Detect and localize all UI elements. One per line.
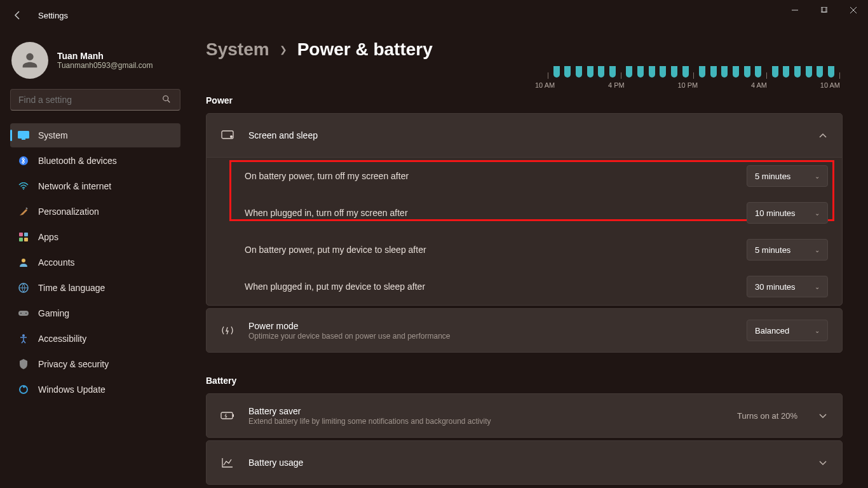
card-title: Power mode [248,321,733,331]
page-title: Power & battery [297,39,433,60]
chart-icon [220,456,234,470]
svg-rect-20 [221,412,233,419]
paintbrush-icon [18,206,29,217]
window-title: Settings [38,11,68,20]
svg-point-5 [19,156,28,165]
svg-point-19 [230,135,233,138]
maximize-button[interactable] [810,0,839,20]
nav-label: Accessibility [38,334,86,344]
dropdown-battery-screen-off[interactable]: 5 minutes⌄ [747,165,828,187]
nav-item-accounts[interactable]: Accounts [10,250,180,274]
svg-point-6 [23,189,24,190]
setting-label: On battery power, turn off my screen aft… [245,171,734,181]
setting-row-battery-screen-off: On battery power, turn off my screen aft… [207,158,842,194]
user-email: Tuanmanh0593@gmail.com [57,61,153,70]
chevron-down-icon: ⌄ [815,327,820,334]
shield-icon [18,358,29,370]
svg-rect-13 [18,311,29,316]
screen-and-sleep-card: Screen and sleep On battery power, turn … [206,113,843,306]
battery-level-graph[interactable]: 10 AM 4 PM 10 PM 4 AM 10 AM [535,66,840,89]
screen-and-sleep-body: On battery power, turn off my screen aft… [207,157,842,305]
nav-label: System [38,130,68,140]
search-box[interactable] [10,89,180,111]
nav-label: Time & language [38,283,105,293]
search-input[interactable] [18,95,162,105]
update-icon [18,384,29,395]
dropdown-power-mode[interactable]: Balanced⌄ [747,320,828,341]
nav-item-gaming[interactable]: Gaming [10,301,180,325]
dropdown-battery-sleep[interactable]: 5 minutes⌄ [747,239,828,261]
chevron-down-icon: ⌄ [815,173,820,180]
svg-rect-8 [24,233,28,236]
chevron-down-icon: ⌄ [815,247,820,254]
graph-tick: 10 PM [677,81,698,89]
card-title: Battery saver [248,406,723,416]
nav-list: System Bluetooth & devices Network & int… [10,123,180,402]
nav-item-windows-update[interactable]: Windows Update [10,377,180,402]
battery-saver-icon [220,409,234,423]
card-description: Extend battery life by limiting some not… [248,417,723,426]
svg-rect-3 [18,131,29,139]
section-power: Power [206,95,843,105]
nav-item-accessibility[interactable]: Accessibility [10,327,180,351]
card-description: Optimize your device based on power use … [248,332,733,341]
svg-rect-4 [22,139,25,140]
back-button[interactable] [13,10,23,20]
setting-label: When plugged in, put my device to sleep … [245,281,734,292]
card-title: Screen and sleep [248,130,805,140]
nav-item-network[interactable]: Network & internet [10,174,180,198]
screen-and-sleep-header[interactable]: Screen and sleep [207,114,842,157]
setting-label: On battery power, put my device to sleep… [245,245,734,255]
setting-label: When plugged in, turn off my screen afte… [245,208,734,218]
titlebar: Settings [0,0,868,30]
person-icon [18,257,29,268]
nav-item-apps[interactable]: Apps [10,225,180,249]
wifi-icon [18,180,29,192]
nav-item-bluetooth[interactable]: Bluetooth & devices [10,149,180,173]
nav-label: Personalization [38,207,99,217]
avatar [11,42,48,79]
graph-tick: 10 AM [535,81,555,89]
nav-label: Network & internet [38,181,111,191]
nav-item-time-language[interactable]: Time & language [10,276,180,300]
close-button[interactable] [839,0,868,20]
card-value: Turns on at 20% [737,411,797,421]
breadcrumb-parent[interactable]: System [206,39,269,60]
svg-rect-7 [19,233,23,236]
battery-saver-card[interactable]: Battery saver Extend battery life by lim… [206,393,843,438]
power-mode-icon [220,323,234,337]
card-title: Battery usage [248,458,805,468]
nav-item-privacy[interactable]: Privacy & security [10,352,180,376]
setting-row-plugged-sleep: When plugged in, put my device to sleep … [207,268,842,305]
power-mode-card[interactable]: Power mode Optimize your device based on… [206,308,843,353]
nav-item-personalization[interactable]: Personalization [10,200,180,224]
dropdown-plugged-screen-off[interactable]: 10 minutes⌄ [747,202,828,224]
svg-rect-10 [24,238,28,241]
minimize-button[interactable] [780,0,810,20]
chevron-up-icon [819,130,828,140]
user-profile[interactable]: Tuan Manh Tuanmanh0593@gmail.com [11,42,180,79]
section-battery: Battery [206,376,843,386]
svg-rect-21 [233,414,234,417]
battery-usage-card[interactable]: Battery usage [206,440,843,485]
user-name: Tuan Manh [57,51,153,61]
nav-label: Accounts [38,257,75,268]
svg-rect-1 [822,7,827,12]
chevron-down-icon: ⌄ [815,283,820,290]
gamepad-icon [18,308,29,319]
main-content: System ❯ Power & battery 10 AM 4 PM 10 P… [191,30,868,488]
apps-icon [18,231,29,243]
sidebar: Tuan Manh Tuanmanh0593@gmail.com System … [0,30,191,488]
dropdown-plugged-sleep[interactable]: 30 minutes⌄ [747,276,828,297]
chevron-down-icon [819,410,828,421]
graph-tick: 10 AM [820,81,840,89]
window-controls [780,0,868,20]
svg-point-15 [25,313,27,314]
svg-point-2 [163,95,168,100]
nav-item-system[interactable]: System [10,123,180,147]
screen-icon [220,128,234,142]
svg-point-16 [22,334,25,337]
svg-rect-0 [821,7,826,12]
nav-label: Bluetooth & devices [38,156,117,166]
setting-row-battery-sleep: On battery power, put my device to sleep… [207,231,842,268]
